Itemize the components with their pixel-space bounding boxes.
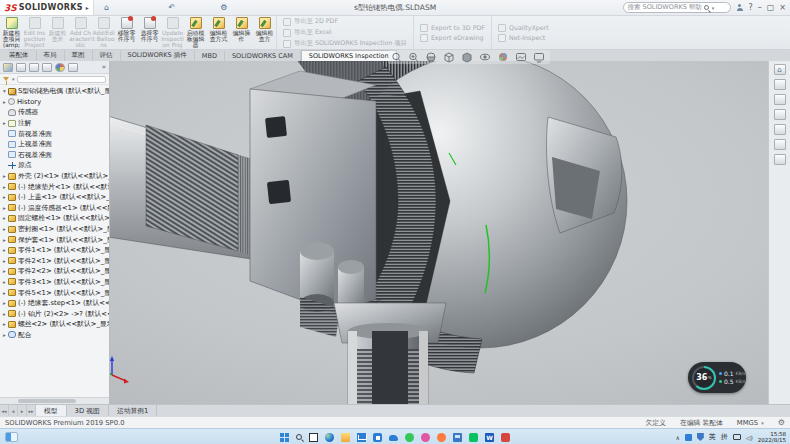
expand-arrow-icon[interactable]: ▸ <box>1 279 8 285</box>
taskbar-app-icon[interactable] <box>437 433 446 442</box>
restore-button[interactable]: ▢ <box>767 4 775 12</box>
task-pane-icon[interactable] <box>774 94 786 105</box>
tree-item[interactable]: ▸ 螺丝<2> (默认<<默认>_显示状态 <box>1 319 109 330</box>
tree-item[interactable]: ▸ 零件1<1> (默认<<默认>_显示状态 <box>1 245 109 256</box>
ribbon-button[interactable]: 启动模板编辑器 <box>184 16 207 49</box>
tree-item[interactable]: 前视基准面 <box>1 128 109 139</box>
quick-access-icon[interactable] <box>128 3 138 13</box>
export-menu-item[interactable]: 导出至 2D PDF <box>283 17 407 26</box>
login-icon[interactable] <box>736 4 743 11</box>
tree-item[interactable]: ▸ (-) 温度传感器<1> (默认<<默认>_ <box>1 203 109 214</box>
ribbon-button[interactable]: Add Characteristic <box>69 16 92 49</box>
ribbon-button[interactable]: Edit Inspection Project <box>23 16 46 49</box>
tree-item[interactable]: ▸ 外壳 (2)<1> (默认<<默认>_显示状 <box>1 171 109 182</box>
tree-item[interactable]: 传感器 <box>1 107 109 118</box>
taskbar-clock[interactable]: 15:58 2022/8/15 <box>758 431 786 443</box>
tree-item[interactable]: ▸ History <box>1 97 109 108</box>
help-button[interactable]: ? <box>748 4 752 12</box>
taskbar-app-icon[interactable] <box>325 433 334 442</box>
filter-caret-icon[interactable]: ▾ <box>12 76 15 82</box>
task-pane-icon[interactable] <box>774 124 786 135</box>
expand-arrow-icon[interactable]: ▸ <box>1 194 8 200</box>
net-speed-overlay[interactable]: 36 % 0.1 KB/s 0.5 KB/s <box>688 362 746 393</box>
tray-chevron-icon[interactable]: ∧ <box>675 434 679 441</box>
tree-item[interactable]: ▸ (-) 绝缘垫片<1> (默认<<默认>_显 <box>1 181 109 192</box>
dimxpertmanager-tab[interactable] <box>42 63 52 72</box>
tree-item[interactable]: ▸ 注解 <box>1 118 109 129</box>
expand-arrow-icon[interactable]: ▸ <box>1 205 8 211</box>
expand-arrow-icon[interactable]: ▸ <box>1 311 8 317</box>
tree-item[interactable]: 右视基准面 <box>1 150 109 161</box>
export-menu-item[interactable]: 导出至 Excel <box>283 28 407 37</box>
chevron-down-icon[interactable]: ▾ <box>712 5 715 11</box>
taskbar-app-icon[interactable] <box>280 433 289 442</box>
tree-item[interactable]: ▸ 配合 <box>1 330 109 341</box>
taskbar-app-icon[interactable] <box>421 433 430 442</box>
ime-mode-indicator[interactable]: 拼 <box>721 432 728 442</box>
ime-indicator[interactable]: 英 <box>709 432 716 442</box>
tree-item[interactable]: 原点 <box>1 160 109 171</box>
expand-arrow-icon[interactable]: ▸ <box>1 300 8 306</box>
tab-scroll-last-icon[interactable]: ▸▸ <box>27 405 36 416</box>
expand-arrow-icon[interactable]: ▸ <box>1 247 8 253</box>
quick-access-icon[interactable]: ↶ <box>167 3 177 13</box>
export-menu-item[interactable]: 导出至 SOLIDWORKS Inspection 项目 <box>283 39 407 48</box>
expand-arrow-icon[interactable]: ▸ <box>1 173 8 179</box>
tree-item[interactable]: ▸ 零件2<2> (默认<<默认>_显示状 <box>1 266 109 277</box>
taskbar-app-icon[interactable] <box>469 433 478 442</box>
expand-arrow-icon[interactable]: ▸ <box>1 226 8 232</box>
tree-item[interactable]: ▸ 零件3<1> (默认<<默认>_显示状 <box>1 277 109 288</box>
quick-access-icon[interactable] <box>141 3 151 13</box>
export-menu-item[interactable]: Export eDrawing <box>420 34 485 42</box>
search-icon[interactable] <box>704 5 709 10</box>
displaymanager-tab[interactable] <box>55 63 65 72</box>
tray-app-icon[interactable] <box>685 434 692 441</box>
expand-arrow-icon[interactable]: ▸ <box>1 120 8 126</box>
minimize-button[interactable]: – <box>758 4 762 12</box>
taskbar-app-icon[interactable] <box>453 433 462 442</box>
ribbon-tab[interactable]: SOLIDWORKS Inspection <box>301 50 397 61</box>
featuremanager-tree-tab[interactable] <box>3 63 13 72</box>
quick-access-icon[interactable] <box>154 3 164 13</box>
widgets-icon[interactable] <box>5 432 18 442</box>
tree-filter-input[interactable] <box>17 76 106 83</box>
solidworks-logo[interactable]: 3S SOLIDWORKS ▸ <box>0 0 94 15</box>
tray-shield-icon[interactable] <box>697 433 704 441</box>
cam-tree-tab[interactable] <box>68 63 78 72</box>
taskbar-app-icon[interactable] <box>341 433 350 442</box>
ribbon-button[interactable]: 编辑检查方 <box>253 16 276 49</box>
ribbon-button[interactable]: 编辑检查方式 <box>207 16 230 49</box>
task-pane-icon[interactable] <box>774 109 786 120</box>
panel-flyout-icon[interactable]: » <box>102 63 106 71</box>
ribbon-tab[interactable]: 装配体 <box>2 50 37 61</box>
tree-item[interactable]: ▸ 固定螺栓<1> (默认<<默认>_显示状 <box>1 213 109 224</box>
tree-item[interactable]: ▸ 零件2<1> (默认<<默认>_显示状 <box>1 256 109 267</box>
tree-horizontal-scrollbar[interactable] <box>0 397 109 404</box>
expand-arrow-icon[interactable]: ▸ <box>1 237 8 243</box>
tree-item[interactable]: ▸ (-) 绝缘套.step<1> (默认<<默认 <box>1 298 109 309</box>
tab-scroll-left-icon[interactable]: ◂ <box>9 405 18 416</box>
filter-funnel-icon[interactable] <box>3 77 9 81</box>
document-tab[interactable]: 运动算例1 <box>109 405 158 416</box>
network-icon[interactable] <box>733 434 741 440</box>
expand-arrow-icon[interactable]: ▸ <box>1 290 8 296</box>
ribbon-button[interactable]: 选择零件序号 <box>138 16 161 49</box>
configurationmanager-tab[interactable] <box>29 63 39 72</box>
volume-icon[interactable]: ◁) <box>746 434 753 441</box>
ribbon-button[interactable]: Add/Edit Balloons <box>92 16 115 49</box>
tree-item[interactable]: ▸ (-) 铂片 (2)<2> ->? (默认<<默认> <box>1 308 109 319</box>
status-options-icon[interactable]: ⚙ <box>778 418 785 427</box>
menu-flyout-icon[interactable]: ▸ <box>86 4 89 11</box>
task-pane-icon[interactable]: ⌂ <box>774 64 786 75</box>
taskbar-app-icon[interactable] <box>357 433 366 442</box>
quick-access-icon[interactable]: ⚙ <box>219 3 229 13</box>
tree-item[interactable]: ▸ 保护套<1> (默认<<默认>_显示状 <box>1 234 109 245</box>
expand-arrow-icon[interactable]: ▸ <box>1 332 8 338</box>
tree-item[interactable]: ▸ 密封圈<1> (默认<<默认>_显示状 <box>1 224 109 235</box>
expand-arrow-icon[interactable]: ▸ <box>1 321 8 327</box>
expand-arrow-icon[interactable]: ▸ <box>1 258 8 264</box>
quick-access-icon[interactable] <box>115 3 125 13</box>
export-menu-item[interactable]: Export to 3D PDF <box>420 24 485 32</box>
quick-access-icon[interactable]: ⌂ <box>102 3 112 13</box>
close-button[interactable]: × <box>779 4 786 12</box>
